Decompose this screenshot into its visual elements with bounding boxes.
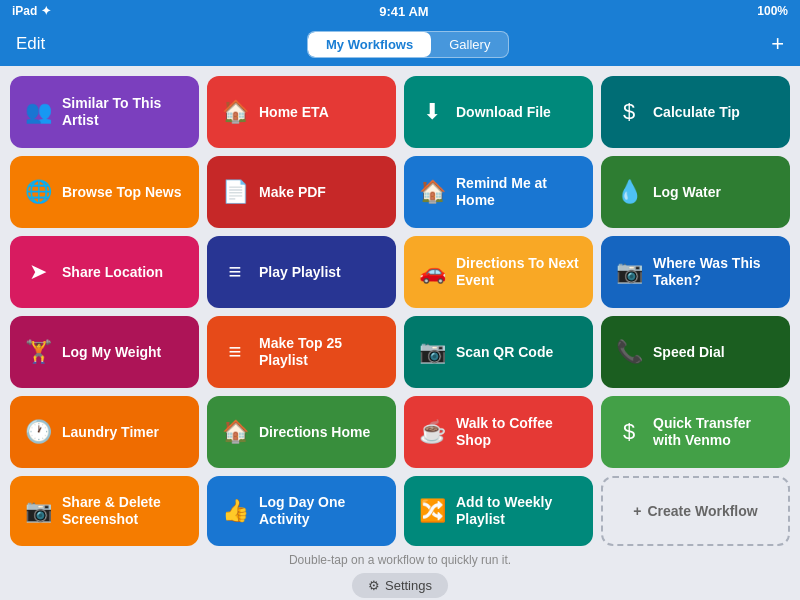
- plus-icon: +: [633, 503, 641, 519]
- status-left: iPad ✦: [12, 4, 51, 18]
- tile-quick-transfer-venmo[interactable]: $ Quick Transfer with Venmo: [601, 396, 790, 468]
- tile-scan-qr[interactable]: 📷 Scan QR Code: [404, 316, 593, 388]
- tile-directions-next-event[interactable]: 🚗 Directions To Next Event: [404, 236, 593, 308]
- tile-icon-share-delete-screenshot: 📷: [24, 498, 52, 524]
- tile-calculate-tip[interactable]: $ Calculate Tip: [601, 76, 790, 148]
- tile-label-share-delete-screenshot: Share & Delete Screenshot: [62, 494, 185, 528]
- tile-label-make-top-25: Make Top 25 Playlist: [259, 335, 382, 369]
- tile-similar-artist[interactable]: 👥 Similar To This Artist: [10, 76, 199, 148]
- status-device: iPad ✦: [12, 4, 51, 18]
- tile-make-pdf[interactable]: 📄 Make PDF: [207, 156, 396, 228]
- tile-log-day-one[interactable]: 👍 Log Day One Activity: [207, 476, 396, 546]
- tile-icon-download-file: ⬇: [418, 99, 446, 125]
- tile-log-my-weight[interactable]: 🏋 Log My Weight: [10, 316, 199, 388]
- settings-label: Settings: [385, 578, 432, 593]
- tile-label-laundry-timer: Laundry Timer: [62, 424, 159, 441]
- tile-label-log-day-one: Log Day One Activity: [259, 494, 382, 528]
- tile-browse-top-news[interactable]: 🌐 Browse Top News: [10, 156, 199, 228]
- tile-icon-browse-top-news: 🌐: [24, 179, 52, 205]
- tile-add-weekly-playlist[interactable]: 🔀 Add to Weekly Playlist: [404, 476, 593, 546]
- tab-gallery[interactable]: Gallery: [431, 32, 508, 57]
- tile-icon-laundry-timer: 🕐: [24, 419, 52, 445]
- tile-icon-make-pdf: 📄: [221, 179, 249, 205]
- tile-label-make-pdf: Make PDF: [259, 184, 326, 201]
- tile-icon-speed-dial: 📞: [615, 339, 643, 365]
- tile-directions-home[interactable]: 🏠 Directions Home: [207, 396, 396, 468]
- tab-group: My Workflows Gallery: [307, 31, 509, 58]
- status-time: 9:41 AM: [379, 4, 428, 19]
- workflow-grid: 👥 Similar To This Artist 🏠 Home ETA ⬇ Do…: [0, 66, 800, 546]
- tile-label-calculate-tip: Calculate Tip: [653, 104, 740, 121]
- tile-icon-directions-home: 🏠: [221, 419, 249, 445]
- tile-icon-walk-coffee: ☕: [418, 419, 446, 445]
- tile-share-location[interactable]: ➤ Share Location: [10, 236, 199, 308]
- tile-where-was-taken[interactable]: 📷 Where Was This Taken?: [601, 236, 790, 308]
- tile-walk-coffee[interactable]: ☕ Walk to Coffee Shop: [404, 396, 593, 468]
- tile-home-eta[interactable]: 🏠 Home ETA: [207, 76, 396, 148]
- tile-label-walk-coffee: Walk to Coffee Shop: [456, 415, 579, 449]
- settings-button[interactable]: ⚙ Settings: [352, 573, 448, 598]
- tile-speed-dial[interactable]: 📞 Speed Dial: [601, 316, 790, 388]
- tile-label-similar-artist: Similar To This Artist: [62, 95, 185, 129]
- tile-label-quick-transfer-venmo: Quick Transfer with Venmo: [653, 415, 776, 449]
- edit-button[interactable]: Edit: [16, 34, 45, 54]
- tile-icon-scan-qr: 📷: [418, 339, 446, 365]
- tile-icon-make-top-25: ≡: [221, 339, 249, 365]
- tile-icon-home-eta: 🏠: [221, 99, 249, 125]
- tile-remind-me-home[interactable]: 🏠 Remind Me at Home: [404, 156, 593, 228]
- tile-label-play-playlist: Play Playlist: [259, 264, 341, 281]
- create-workflow-tile[interactable]: + Create Workflow: [601, 476, 790, 546]
- tile-icon-play-playlist: ≡: [221, 259, 249, 285]
- tile-icon-log-day-one: 👍: [221, 498, 249, 524]
- status-battery: 100%: [757, 4, 788, 18]
- tile-label-browse-top-news: Browse Top News: [62, 184, 182, 201]
- tile-log-water[interactable]: 💧 Log Water: [601, 156, 790, 228]
- tile-label-speed-dial: Speed Dial: [653, 344, 725, 361]
- status-bar: iPad ✦ 9:41 AM 100%: [0, 0, 800, 22]
- tile-label-share-location: Share Location: [62, 264, 163, 281]
- tile-label-log-water: Log Water: [653, 184, 721, 201]
- tile-play-playlist[interactable]: ≡ Play Playlist: [207, 236, 396, 308]
- tile-label-home-eta: Home ETA: [259, 104, 329, 121]
- create-label: + Create Workflow: [633, 503, 757, 519]
- tile-icon-similar-artist: 👥: [24, 99, 52, 125]
- tile-icon-share-location: ➤: [24, 259, 52, 285]
- tile-label-download-file: Download File: [456, 104, 551, 121]
- nav-bar: Edit My Workflows Gallery +: [0, 22, 800, 66]
- footer-hint: Double-tap on a workflow to quickly run …: [289, 553, 511, 567]
- tile-label-directions-home: Directions Home: [259, 424, 370, 441]
- tile-icon-where-was-taken: 📷: [615, 259, 643, 285]
- footer: Double-tap on a workflow to quickly run …: [0, 546, 800, 600]
- tile-label-where-was-taken: Where Was This Taken?: [653, 255, 776, 289]
- tile-icon-log-my-weight: 🏋: [24, 339, 52, 365]
- tile-label-remind-me-home: Remind Me at Home: [456, 175, 579, 209]
- tile-label-scan-qr: Scan QR Code: [456, 344, 553, 361]
- tile-share-delete-screenshot[interactable]: 📷 Share & Delete Screenshot: [10, 476, 199, 546]
- tab-my-workflows[interactable]: My Workflows: [308, 32, 431, 57]
- add-workflow-button[interactable]: +: [771, 31, 784, 57]
- tile-icon-directions-next-event: 🚗: [418, 259, 446, 285]
- tile-icon-calculate-tip: $: [615, 99, 643, 125]
- tile-label-log-my-weight: Log My Weight: [62, 344, 161, 361]
- tile-laundry-timer[interactable]: 🕐 Laundry Timer: [10, 396, 199, 468]
- tile-download-file[interactable]: ⬇ Download File: [404, 76, 593, 148]
- tile-label-add-weekly-playlist: Add to Weekly Playlist: [456, 494, 579, 528]
- settings-icon: ⚙: [368, 578, 380, 593]
- tile-icon-log-water: 💧: [615, 179, 643, 205]
- tile-icon-quick-transfer-venmo: $: [615, 419, 643, 445]
- tile-label-directions-next-event: Directions To Next Event: [456, 255, 579, 289]
- tile-make-top-25[interactable]: ≡ Make Top 25 Playlist: [207, 316, 396, 388]
- tile-icon-remind-me-home: 🏠: [418, 179, 446, 205]
- tile-icon-add-weekly-playlist: 🔀: [418, 498, 446, 524]
